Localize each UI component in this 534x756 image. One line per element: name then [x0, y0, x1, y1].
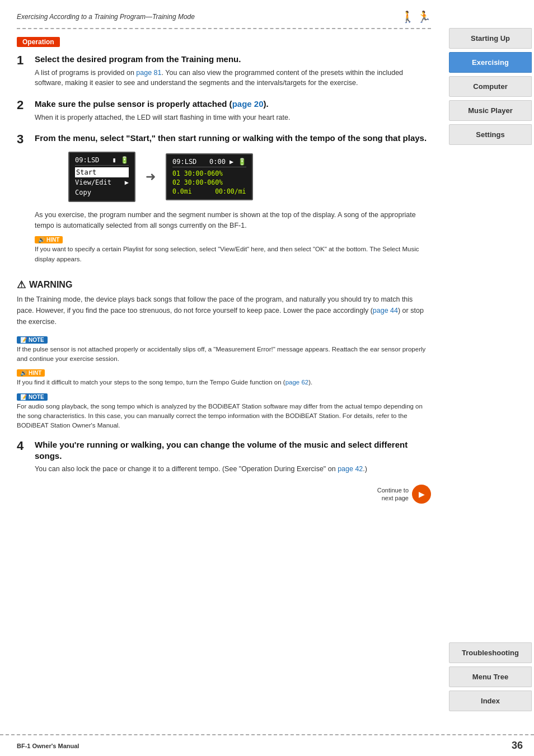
ds2-row3: 0.0mi 00:00/mi	[172, 187, 246, 196]
sidebar-tab-menu-tree[interactable]: Menu Tree	[449, 666, 532, 687]
device-screen-1: 09:LSD ▮ 🔋 Start View/Edit ▶ Copy	[68, 152, 135, 202]
page-footer: BF-1 Owner's Manual 36	[0, 734, 534, 756]
continue-button[interactable]: Continue tonext page ▶	[377, 485, 431, 504]
step-1: 1 Select the desired program from the Tr…	[17, 54, 431, 88]
hint-box-1: 🔊 HINT If you want to specify a certain …	[35, 235, 431, 264]
ds1-title-text: 09:LSD	[75, 156, 99, 164]
step-1-content: Select the desired program from the Trai…	[35, 54, 431, 88]
step-1-link[interactable]: page 81	[136, 69, 161, 77]
note-label-2: 📝 NOTE	[17, 393, 48, 401]
step-1-title: Select the desired program from the Trai…	[35, 54, 431, 65]
footer-left: BF-1 Owner's Manual	[17, 743, 79, 749]
sidebar-tab-music-player[interactable]: Music Player	[449, 100, 532, 121]
hint-label-2: 🔊 HINT	[17, 369, 45, 377]
step-2-body: When it is properly attached, the LED wi…	[35, 112, 431, 123]
step-2-content: Make sure the pulse sensor is properly a…	[35, 98, 431, 123]
ds2-title: 09:LSD 0:00 ▶ 🔋	[172, 158, 246, 167]
ds1-item-start: Start	[75, 167, 129, 177]
hint2-link[interactable]: page 62	[285, 379, 309, 386]
header-icons: 🚶 🏃	[401, 10, 431, 24]
note-text-1: If the pulse sensor is not attached prop…	[17, 345, 431, 364]
warning-box: ⚠ WARNING In the Training mode, the devi…	[17, 279, 431, 327]
arrow-between-screens: ➜	[146, 170, 156, 184]
step-4: 4 While you're running or walking, you c…	[17, 439, 431, 475]
ds2-row1: 01 30:00-060%	[172, 169, 246, 178]
step-3-number: 3	[17, 133, 29, 269]
sidebar-tab-starting-up[interactable]: Starting Up	[449, 28, 532, 49]
footer-page-number: 36	[512, 740, 523, 752]
sidebar-tab-troubleshooting[interactable]: Troubleshooting	[449, 642, 532, 663]
hint-label-text-1: HINT	[46, 237, 59, 243]
step4-link[interactable]: page 42	[338, 465, 363, 473]
note-box-2: 📝 NOTE For audio song playback, the song…	[17, 392, 431, 431]
ds2-row2: 02 30:00-060%	[172, 178, 246, 187]
continue-label: Continue tonext page	[377, 486, 409, 503]
walk-icon: 🚶	[401, 10, 415, 24]
hint-icon-2: 🔊	[20, 370, 27, 376]
sidebar-tab-index[interactable]: Index	[449, 691, 532, 711]
warning-title: ⚠ WARNING	[17, 279, 431, 291]
step-4-body: You can also lock the pace or change it …	[35, 464, 431, 475]
ds1-item-copy: Copy	[75, 187, 129, 198]
warning-label: WARNING	[29, 280, 72, 290]
note-icon-2: 📝	[20, 394, 27, 400]
step-3: 3 From the menu, select "Start," then st…	[17, 133, 431, 269]
step-3-body: As you exercise, the program number and …	[35, 210, 431, 231]
step-1-title-text: Training menu.	[181, 54, 241, 64]
note-label-text-2: NOTE	[29, 394, 44, 400]
sidebar-tab-computer[interactable]: Computer	[449, 76, 532, 97]
hint-text-2: If you find it difficult to match your s…	[17, 378, 431, 387]
operation-label: Operation	[17, 37, 60, 47]
run-icon: 🏃	[417, 10, 431, 24]
hint-icon-1: 🔊	[38, 237, 45, 243]
ds2-title-left: 09:LSD	[172, 158, 196, 166]
ds1-title: 09:LSD ▮ 🔋	[75, 156, 129, 166]
note-box-1: 📝 NOTE If the pulse sensor is not attach…	[17, 335, 431, 364]
page-header: Exercising According to a Training Progr…	[17, 10, 431, 29]
ds2-title-right: 0:00 ▶ 🔋	[209, 158, 246, 166]
step-2-title: Make sure the pulse sensor is properly a…	[35, 98, 431, 110]
ds1-item-viewedit: View/Edit ▶	[75, 177, 129, 187]
step-2-number: 2	[17, 98, 29, 123]
note-icon-1: 📝	[20, 337, 27, 343]
sidebar-tab-exercising[interactable]: Exercising	[449, 52, 532, 73]
sidebar: Starting Up Exercising Computer Music Pl…	[442, 0, 532, 756]
step-2: 2 Make sure the pulse sensor is properly…	[17, 98, 431, 123]
hint-label-text-2: HINT	[29, 370, 41, 376]
step-4-title: While you're running or walking, you can…	[35, 439, 431, 461]
hint-box-2: 🔊 HINT If you find it difficult to match…	[17, 368, 431, 387]
step-4-number: 4	[17, 439, 29, 475]
ds1-title-icon: ▮ 🔋	[113, 156, 129, 164]
page-header-title: Exercising According to a Training Progr…	[17, 13, 195, 21]
hint-text-1: If you want to specify a certain Playlis…	[35, 245, 431, 264]
step-4-content: While you're running or walking, you can…	[35, 439, 431, 475]
warning-link[interactable]: page 44	[373, 307, 398, 314]
note-label-1: 📝 NOTE	[17, 336, 48, 344]
continue-icon: ▶	[412, 485, 431, 504]
device-screen-2: 09:LSD 0:00 ▶ 🔋 01 30:00-060% 02 30:00-0…	[166, 153, 253, 200]
step-3-title: From the menu, select "Start," then star…	[35, 133, 431, 144]
note-label-text-1: NOTE	[29, 337, 44, 343]
continue-area: Continue tonext page ▶	[17, 485, 431, 504]
step-2-link[interactable]: page 20	[232, 99, 264, 109]
hint-label-1: 🔊 HINT	[35, 236, 63, 243]
step-3-content: From the menu, select "Start," then star…	[35, 133, 431, 269]
warning-text: In the Training mode, the device plays b…	[17, 294, 431, 327]
ds1-arrow: ▶	[125, 179, 129, 186]
step-1-number: 1	[17, 54, 29, 88]
warning-triangle-icon: ⚠	[17, 279, 26, 291]
device-images: 09:LSD ▮ 🔋 Start View/Edit ▶ Copy ➜ 09:L…	[68, 152, 397, 202]
note-text-2: For audio song playback, the song tempo …	[17, 402, 431, 431]
step-1-body: A list of programs is provided on page 8…	[35, 68, 431, 89]
main-content: Exercising According to a Training Progr…	[0, 0, 442, 756]
sidebar-tab-settings[interactable]: Settings	[449, 124, 532, 145]
